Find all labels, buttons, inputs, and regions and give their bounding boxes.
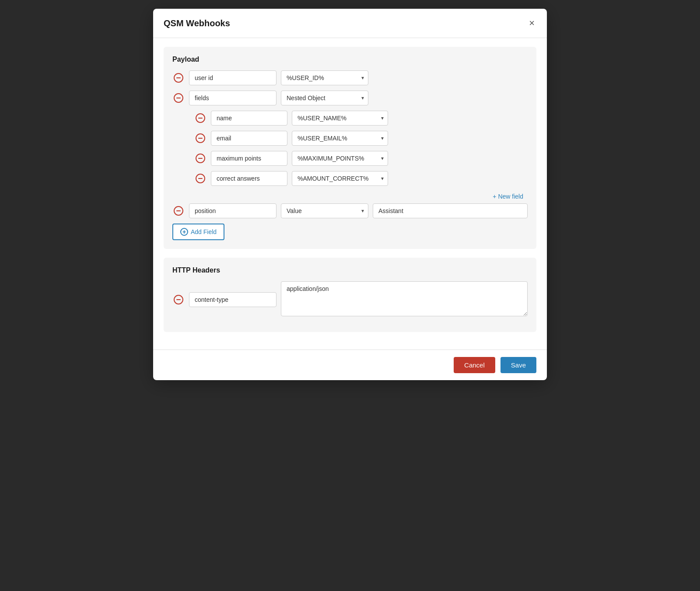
- fields-type-select[interactable]: %USER_ID% Nested Object Value: [281, 91, 368, 105]
- nested-row-email: %USER_NAME% %USER_EMAIL% %MAXIMUM_POINTS…: [194, 131, 528, 146]
- add-field-label: Add Field: [191, 228, 217, 235]
- payload-row-position: %USER_ID% Nested Object Value ▾: [172, 203, 528, 218]
- http-header-row-content-type: application/json: [172, 281, 528, 318]
- email-field-input[interactable]: [211, 131, 287, 146]
- maximum-points-select-wrapper: %USER_NAME% %USER_EMAIL% %MAXIMUM_POINTS…: [292, 151, 388, 166]
- payload-section-title: Payload: [172, 56, 528, 63]
- name-type-select[interactable]: %USER_NAME% %USER_EMAIL% %MAXIMUM_POINTS…: [292, 111, 388, 126]
- modal-overlay: QSM Webhooks × Payload %USER_ID% Neste: [0, 0, 700, 591]
- http-headers-section: HTTP Headers application/json: [164, 258, 536, 332]
- user-id-select-wrapper: %USER_ID% Nested Object Value ▾: [281, 70, 368, 85]
- fields-name-input[interactable]: [189, 91, 276, 105]
- name-select-wrapper: %USER_NAME% %USER_EMAIL% %MAXIMUM_POINTS…: [292, 111, 388, 126]
- nested-row-correct-answers: %USER_NAME% %USER_EMAIL% %MAXIMUM_POINTS…: [194, 171, 528, 186]
- content-type-value-col: application/json: [281, 281, 528, 318]
- modal-header: QSM Webhooks ×: [153, 9, 547, 38]
- correct-answers-field-input[interactable]: [211, 171, 287, 186]
- payload-row-user-id: %USER_ID% Nested Object Value ▾: [172, 70, 528, 85]
- remove-icon: [196, 154, 205, 163]
- payload-row-fields: %USER_ID% Nested Object Value ▾: [172, 91, 528, 105]
- position-value-input[interactable]: [373, 203, 528, 218]
- modal: QSM Webhooks × Payload %USER_ID% Neste: [153, 9, 547, 380]
- remove-position-button[interactable]: [172, 205, 185, 217]
- maximum-points-type-select[interactable]: %USER_NAME% %USER_EMAIL% %MAXIMUM_POINTS…: [292, 151, 388, 166]
- correct-answers-type-select[interactable]: %USER_NAME% %USER_EMAIL% %MAXIMUM_POINTS…: [292, 171, 388, 186]
- remove-content-type-button[interactable]: [172, 294, 185, 306]
- content-type-value-textarea[interactable]: application/json: [281, 281, 528, 316]
- remove-correct-answers-button[interactable]: [194, 172, 206, 185]
- nested-row-name: %USER_NAME% %USER_EMAIL% %MAXIMUM_POINTS…: [194, 111, 528, 126]
- remove-icon: [174, 295, 183, 304]
- remove-fields-button[interactable]: [172, 92, 185, 104]
- add-field-button[interactable]: + Add Field: [172, 224, 224, 240]
- remove-maximum-points-button[interactable]: [194, 152, 206, 164]
- content-type-name-input[interactable]: [189, 292, 276, 307]
- position-select-wrapper: %USER_ID% Nested Object Value ▾: [281, 203, 368, 218]
- close-button[interactable]: ×: [527, 17, 536, 30]
- user-id-name-input[interactable]: [189, 70, 276, 85]
- http-headers-title: HTTP Headers: [172, 266, 528, 274]
- correct-answers-select-wrapper: %USER_NAME% %USER_EMAIL% %MAXIMUM_POINTS…: [292, 171, 388, 186]
- nested-row-maximum-points: %USER_NAME% %USER_EMAIL% %MAXIMUM_POINTS…: [194, 151, 528, 166]
- payload-section: Payload %USER_ID% Nested Object Value ▾: [164, 47, 536, 249]
- position-name-input[interactable]: [189, 203, 276, 218]
- remove-name-button[interactable]: [194, 112, 206, 124]
- email-select-wrapper: %USER_NAME% %USER_EMAIL% %MAXIMUM_POINTS…: [292, 131, 388, 146]
- modal-body: Payload %USER_ID% Nested Object Value ▾: [153, 38, 547, 350]
- remove-user-id-button[interactable]: [172, 72, 185, 84]
- remove-email-button[interactable]: [194, 132, 206, 144]
- user-id-type-select[interactable]: %USER_ID% Nested Object Value: [281, 70, 368, 85]
- name-field-input[interactable]: [211, 111, 287, 126]
- remove-icon: [196, 113, 205, 123]
- cancel-button[interactable]: Cancel: [454, 357, 495, 373]
- remove-icon: [196, 133, 205, 143]
- new-field-button[interactable]: + New field: [493, 191, 523, 202]
- remove-icon: [174, 206, 183, 216]
- fields-select-wrapper: %USER_ID% Nested Object Value ▾: [281, 91, 368, 105]
- remove-icon: [174, 93, 183, 103]
- maximum-points-field-input[interactable]: [211, 151, 287, 166]
- remove-icon: [196, 174, 205, 183]
- modal-title: QSM Webhooks: [164, 18, 230, 28]
- plus-circle-icon: +: [180, 228, 188, 236]
- position-type-select[interactable]: %USER_ID% Nested Object Value: [281, 203, 368, 218]
- save-button[interactable]: Save: [500, 357, 536, 373]
- new-field-row: + New field: [172, 191, 528, 202]
- remove-icon: [174, 73, 183, 83]
- modal-footer: Cancel Save: [153, 350, 547, 380]
- email-type-select[interactable]: %USER_NAME% %USER_EMAIL% %MAXIMUM_POINTS…: [292, 131, 388, 146]
